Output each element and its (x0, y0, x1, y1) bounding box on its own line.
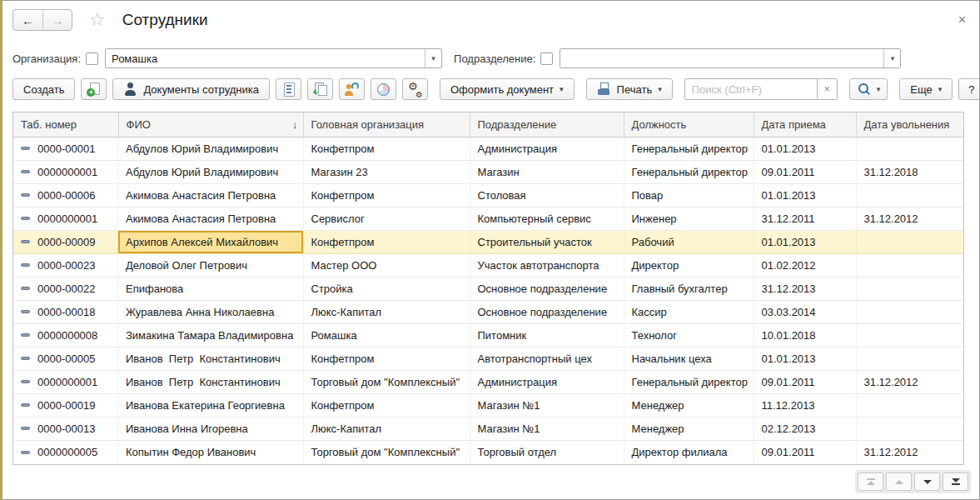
cell-num[interactable]: 0000000001 (13, 208, 118, 231)
cell-dept[interactable]: Магазин №1 (470, 394, 624, 418)
cell-pos[interactable]: Генеральный директор (624, 137, 754, 161)
column-header[interactable]: Дата приема (754, 112, 856, 137)
table-row[interactable]: 0000-00018Журавлева Анна НиколаевнаЛюкс-… (13, 301, 963, 324)
cell-num[interactable]: 0000000005 (13, 441, 118, 464)
table-row[interactable]: 0000000001Акимова Анастасия ПетровнаСерв… (13, 208, 963, 231)
cell-fired[interactable] (856, 278, 963, 301)
close-icon[interactable]: × (958, 13, 966, 27)
cell-hired[interactable]: 01.01.2013 (754, 184, 856, 208)
cell-dept[interactable]: Компьютерный сервис (470, 208, 624, 231)
cell-hired[interactable]: 10.01.2018 (754, 324, 856, 348)
cell-num[interactable]: 0000-00001 (13, 138, 118, 161)
cell-fio[interactable]: Иванова Екатерина Георгиевна (118, 394, 303, 418)
cell-dept[interactable]: Администрация (470, 371, 624, 394)
column-header[interactable]: Головная организация (303, 112, 470, 137)
cell-num[interactable]: 0000000008 (13, 324, 118, 348)
cell-pos[interactable]: Генеральный директор (624, 371, 754, 394)
cell-fio[interactable]: Иванов Петр Константинович (118, 348, 303, 371)
cell-hired[interactable]: 01.02.2012 (754, 254, 856, 278)
cell-fio[interactable]: Зимакина Тамара Владимировна (118, 324, 303, 348)
cell-hired[interactable]: 31.12.2011 (754, 208, 856, 231)
cell-dept[interactable]: Основное подразделение (470, 301, 624, 324)
cell-fired[interactable] (856, 324, 963, 348)
print-button[interactable]: Печать ▾ (586, 78, 673, 100)
table-row[interactable]: 0000-00023Деловой Олег ПетровичМастер ОО… (13, 254, 963, 278)
cell-fio[interactable]: Иванова Инна Игоревна (118, 418, 303, 441)
copy-documents-button[interactable] (307, 78, 333, 100)
cell-hired[interactable]: 01.01.2013 (754, 231, 856, 254)
search-clear-icon[interactable]: × (817, 78, 838, 100)
cell-dept[interactable]: Основное подразделение (470, 278, 624, 301)
search-options-button[interactable]: ▾ (849, 78, 888, 100)
cell-fired[interactable]: 31.12.2018 (856, 161, 963, 184)
cell-fired[interactable] (856, 394, 963, 418)
cell-num[interactable]: 0000-00022 (13, 278, 118, 301)
cell-hired[interactable]: 02.12.2013 (754, 418, 856, 441)
cell-pos[interactable]: Главный бухгалтер (624, 278, 754, 301)
cell-dept[interactable]: Администрация (470, 137, 624, 161)
cell-pos[interactable]: Менеджер (624, 418, 754, 441)
report-list-button[interactable] (276, 78, 301, 100)
create-button[interactable]: Создать (12, 78, 75, 100)
back-button[interactable]: ← (13, 10, 42, 30)
cell-pos[interactable]: Директор (624, 254, 754, 278)
table-row[interactable]: 0000-00009Архипов Алексей МихайловичКонф… (13, 231, 963, 254)
cell-hired[interactable]: 09.01.2011 (754, 161, 856, 184)
cell-fio[interactable]: Акимова Анастасия Петровна (118, 184, 303, 208)
cell-hired[interactable]: 09.01.2011 (754, 371, 856, 394)
cell-dept[interactable]: Строительный участок (470, 231, 624, 254)
organization-input[interactable] (106, 49, 425, 68)
cell-dept[interactable]: Автотранспортный цех (470, 348, 624, 371)
statistics-button[interactable] (371, 78, 396, 100)
cell-org[interactable]: Конфетпром (303, 184, 470, 208)
settings-gears-button[interactable] (402, 78, 428, 100)
help-button[interactable]: ? (958, 78, 980, 100)
cell-pos[interactable]: Инженер (624, 208, 754, 231)
cell-dept[interactable]: Питомник (470, 324, 624, 348)
cell-org[interactable]: Конфетпром (303, 394, 470, 418)
cell-org[interactable]: Люкс-Капитал (303, 418, 470, 441)
cell-num[interactable]: 0000-00005 (13, 348, 118, 371)
cell-num[interactable]: 0000-00009 (13, 231, 118, 254)
cell-pos[interactable]: Менеджер (624, 394, 754, 418)
cell-pos[interactable]: Начальник цеха (624, 348, 754, 371)
department-dropdown-arrow-icon[interactable]: ▾ (883, 49, 900, 68)
scroll-to-bottom-button[interactable] (943, 472, 968, 491)
cell-num[interactable]: 0000-00018 (13, 301, 118, 324)
table-row[interactable]: 0000-00005Иванов Петр КонстантиновичКонф… (13, 348, 963, 371)
cell-dept[interactable]: Участок автотранспорта (470, 254, 624, 278)
cell-hired[interactable]: 03.03.2014 (754, 301, 856, 324)
cell-fio[interactable]: Иванов Петр Константинович (118, 371, 303, 394)
cell-org[interactable]: Торговый дом "Комплексный" (303, 371, 470, 394)
search-input[interactable] (684, 78, 818, 100)
cell-fio[interactable]: Архипов Алексей Михайлович (118, 231, 303, 254)
work-history-button[interactable] (339, 78, 365, 100)
cell-fired[interactable] (856, 184, 963, 208)
cell-dept[interactable]: Магазин (470, 161, 624, 184)
department-input[interactable] (560, 49, 883, 68)
cell-dept[interactable]: Магазин №1 (470, 418, 624, 441)
cell-fired[interactable] (856, 137, 963, 161)
cell-pos[interactable]: Директор филиала (624, 441, 754, 464)
cell-hired[interactable]: 01.01.2013 (754, 348, 856, 371)
cell-fired[interactable] (856, 231, 963, 254)
scroll-down-button[interactable] (914, 472, 940, 491)
cell-hired[interactable]: 09.01.2011 (754, 441, 856, 464)
cell-fio[interactable]: Абдулов Юрий Владимирович (118, 137, 303, 161)
cell-num[interactable]: 0000000001 (13, 371, 118, 394)
cell-fired[interactable] (856, 254, 963, 278)
cell-org[interactable]: Сервислог (303, 208, 470, 231)
cell-fio[interactable]: Акимова Анастасия Петровна (118, 208, 303, 231)
cell-hired[interactable]: 01.01.2013 (754, 137, 856, 161)
column-header[interactable]: Должность (624, 112, 754, 137)
cell-org[interactable]: Конфетпром (303, 137, 470, 161)
cell-org[interactable]: Конфетпром (303, 231, 470, 254)
cell-pos[interactable]: Повар (624, 184, 754, 208)
cell-fired[interactable] (856, 301, 963, 324)
more-button[interactable]: Еще ▾ (899, 78, 953, 100)
cell-pos[interactable]: Генеральный директор (624, 161, 754, 184)
table-row[interactable]: 0000-00001Абдулов Юрий ВладимировичКонфе… (13, 137, 963, 161)
table-row[interactable]: 0000-00022ЕпифановаСтройкаОсновное подра… (13, 278, 963, 301)
cell-num[interactable]: 0000-00023 (13, 254, 118, 278)
organization-filter-checkbox[interactable] (86, 52, 98, 65)
